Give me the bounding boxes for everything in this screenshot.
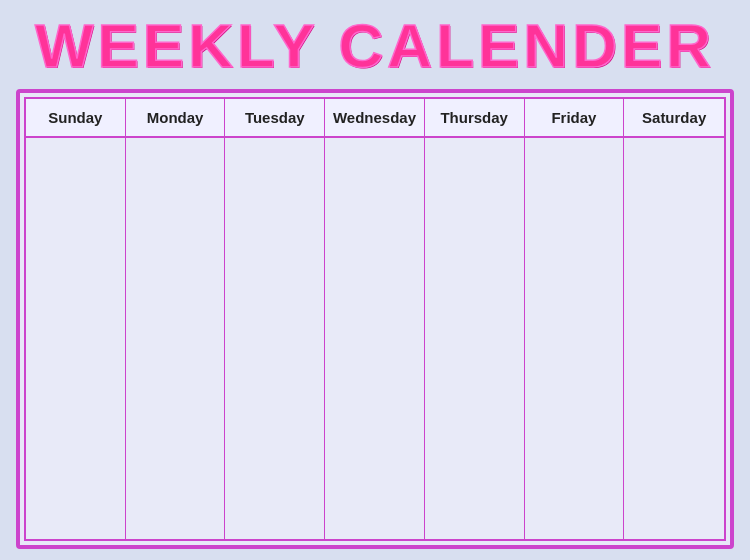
day-header-tuesday: Tuesday: [225, 99, 324, 138]
calendar-outer: SundayMondayTuesdayWednesdayThursdayFrid…: [16, 89, 734, 549]
calendar-grid: SundayMondayTuesdayWednesdayThursdayFrid…: [26, 99, 724, 539]
page-title: WEEKLY CALENDER: [35, 11, 715, 80]
day-body-tuesday[interactable]: [225, 138, 324, 539]
day-header-friday: Friday: [525, 99, 624, 138]
day-column-thursday: Thursday: [425, 99, 525, 539]
day-header-saturday: Saturday: [624, 99, 724, 138]
day-body-sunday[interactable]: [26, 138, 125, 539]
day-body-thursday[interactable]: [425, 138, 524, 539]
day-column-saturday: Saturday: [624, 99, 724, 539]
day-body-friday[interactable]: [525, 138, 624, 539]
day-column-monday: Monday: [126, 99, 226, 539]
day-column-sunday: Sunday: [26, 99, 126, 539]
title-container: WEEKLY CALENDER: [0, 0, 750, 89]
day-header-wednesday: Wednesday: [325, 99, 424, 138]
day-column-wednesday: Wednesday: [325, 99, 425, 539]
day-column-friday: Friday: [525, 99, 625, 539]
day-header-monday: Monday: [126, 99, 225, 138]
day-body-saturday[interactable]: [624, 138, 724, 539]
day-header-thursday: Thursday: [425, 99, 524, 138]
day-header-sunday: Sunday: [26, 99, 125, 138]
day-body-wednesday[interactable]: [325, 138, 424, 539]
calendar-inner: SundayMondayTuesdayWednesdayThursdayFrid…: [24, 97, 726, 541]
day-body-monday[interactable]: [126, 138, 225, 539]
day-column-tuesday: Tuesday: [225, 99, 325, 539]
